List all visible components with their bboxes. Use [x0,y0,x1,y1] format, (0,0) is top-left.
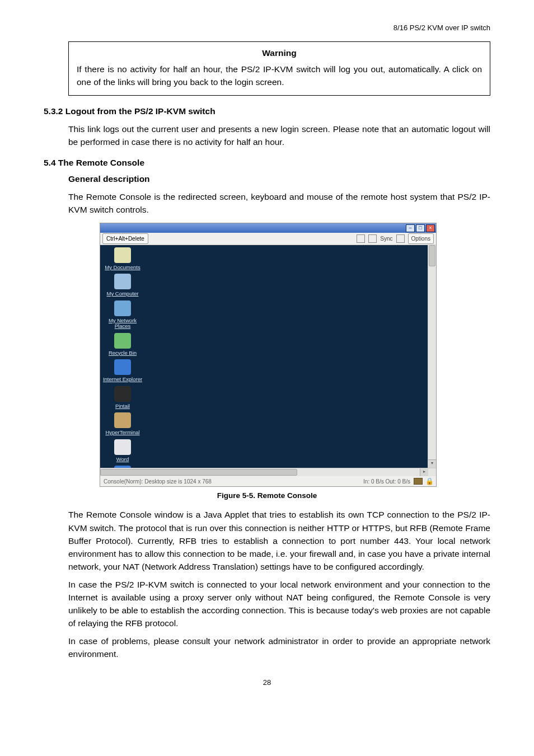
desktop-icon-label: Internet Explorer [102,377,143,382]
desktop-icon[interactable]: My Network Places [102,300,143,330]
heading-5-4: 5.4 The Remote Console [44,156,490,169]
keyboard-icon [414,478,423,485]
desktop-icon[interactable]: My Documents [102,247,143,270]
desktop-icon-label: My Documents [102,265,143,270]
remote-desktop-area[interactable]: My DocumentsMy ComputerMy Network Places… [100,245,428,468]
scroll-right-button[interactable]: ▸ [420,468,428,476]
warning-title: Warning [77,46,482,59]
lock-icon: 🔒 [426,478,433,485]
desktop-icon-label: Recycle Bin [102,350,143,356]
scroll-corner [428,468,436,476]
remote-console-toolbar: Ctrl+Alt+Delete Sync Options [100,233,436,245]
desktop-icon-label: HyperTerminal [102,430,143,435]
desktop-icon-label: Pintail [102,403,143,409]
vertical-scrollbar[interactable]: ▾ [428,245,436,468]
subheading-general-description: General description [68,172,490,185]
desktop-icon-label: My Network Places [102,318,143,330]
horizontal-scrollbar[interactable] [100,468,420,476]
desktop-icon-image [114,274,131,289]
sync-label: Sync [380,234,392,243]
desktop-icon[interactable]: Internet Explorer [102,359,143,382]
figure-caption: Figure 5-5. Remote Console [44,490,490,501]
desktop-icon-image [114,333,131,349]
remote-console-window: – □ × Ctrl+Alt+Delete Sync Options My Do… [100,223,437,487]
status-left-text: Console(Norm): Desktop size is 1024 x 76… [104,477,212,486]
sync-icon[interactable] [396,234,405,243]
maximize-button[interactable]: □ [416,224,425,232]
desktop-icon[interactable]: Recycle Bin [102,333,143,356]
desktop-icon[interactable]: HyperTerminal [102,412,143,435]
desktop-icon[interactable] [102,466,143,468]
desktop-icon-image [114,247,131,263]
vertical-scroll-thumb[interactable] [429,245,435,266]
page-number: 28 [44,677,490,688]
warning-body: If there is no activity for half an hour… [77,63,482,89]
heading-5-3-2: 5.3.2 Logout from the PS/2 IP-KVM switch [44,105,490,118]
zoom-icon[interactable] [357,234,365,243]
desktop-icon-image [114,386,131,402]
desktop-icon-label: Word [102,457,143,462]
desktop-icon-image [114,300,131,316]
desktop-icon-image [114,466,131,468]
remote-console-statusbar: Console(Norm): Desktop size is 1024 x 76… [100,476,436,486]
desktop-icon[interactable]: Word [102,439,143,462]
cursor-icon[interactable] [368,234,377,243]
warning-box: Warning If there is no activity for half… [68,41,490,96]
desktop-icon-label: My Computer [102,291,143,297]
scroll-down-button[interactable]: ▾ [428,459,436,468]
para-body-3: In case of problems, please consult your… [68,635,490,661]
horizontal-scroll-thumb[interactable] [100,469,297,476]
para-body-2: In case the PS/2 IP-KVM switch is connec… [68,578,490,630]
para-5-3-2: This link logs out the current user and … [68,123,490,149]
desktop-icon-image [114,412,131,428]
header-product: 8/16 PS/2 KVM over IP switch [44,22,490,34]
desktop-icon[interactable]: My Computer [102,274,143,297]
para-body-1: The Remote Console window is a Java Appl… [68,508,490,573]
ctrl-alt-delete-button[interactable]: Ctrl+Alt+Delete [102,233,148,244]
desktop-icon[interactable]: Pintail [102,386,143,409]
desktop-icon-image [114,359,131,375]
desktop-icon-image [114,439,131,455]
status-right-text: In: 0 B/s Out: 0 B/s [363,477,410,486]
minimize-button[interactable]: – [406,224,415,232]
toolbar-right-group: Sync Options [357,233,434,244]
para-5-4-intro: The Remote Console is the redirected scr… [68,190,490,217]
close-button[interactable]: × [426,224,435,232]
window-titlebar: – □ × [100,223,436,233]
options-button[interactable]: Options [408,233,434,244]
